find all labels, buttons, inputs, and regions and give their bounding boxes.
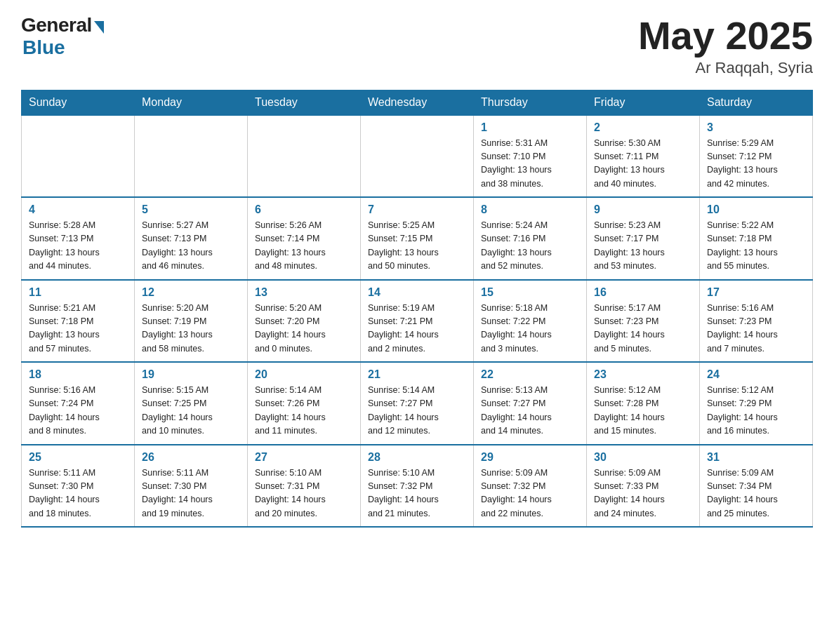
day-info: Sunrise: 5:19 AMSunset: 7:21 PMDaylight:… [368, 302, 466, 356]
calendar-cell: 6Sunrise: 5:26 AMSunset: 7:14 PMDaylight… [248, 197, 361, 280]
day-number: 10 [707, 203, 805, 216]
day-info: Sunrise: 5:10 AMSunset: 7:32 PMDaylight:… [368, 467, 466, 521]
calendar-cell: 23Sunrise: 5:12 AMSunset: 7:28 PMDayligh… [587, 362, 700, 445]
day-number: 7 [368, 203, 466, 216]
calendar-cell: 20Sunrise: 5:14 AMSunset: 7:26 PMDayligh… [248, 362, 361, 445]
calendar-header-row: SundayMondayTuesdayWednesdayThursdayFrid… [22, 90, 813, 115]
calendar-cell: 25Sunrise: 5:11 AMSunset: 7:30 PMDayligh… [22, 445, 135, 528]
calendar-cell: 22Sunrise: 5:13 AMSunset: 7:27 PMDayligh… [474, 362, 587, 445]
calendar-cell: 1Sunrise: 5:31 AMSunset: 7:10 PMDaylight… [474, 115, 587, 198]
calendar-week-row: 4Sunrise: 5:28 AMSunset: 7:13 PMDaylight… [22, 197, 813, 280]
calendar-cell: 12Sunrise: 5:20 AMSunset: 7:19 PMDayligh… [135, 280, 248, 363]
calendar-title: May 2025 [638, 14, 813, 58]
calendar-cell: 5Sunrise: 5:27 AMSunset: 7:13 PMDaylight… [135, 197, 248, 280]
day-number: 2 [594, 121, 692, 134]
day-info: Sunrise: 5:25 AMSunset: 7:15 PMDaylight:… [368, 219, 466, 274]
calendar-cell: 24Sunrise: 5:12 AMSunset: 7:29 PMDayligh… [700, 362, 813, 445]
calendar-cell: 30Sunrise: 5:09 AMSunset: 7:33 PMDayligh… [587, 445, 700, 528]
day-info: Sunrise: 5:31 AMSunset: 7:10 PMDaylight:… [481, 137, 579, 192]
calendar-cell: 26Sunrise: 5:11 AMSunset: 7:30 PMDayligh… [135, 445, 248, 528]
calendar-location: Ar Raqqah, Syria [638, 59, 813, 77]
calendar-cell: 13Sunrise: 5:20 AMSunset: 7:20 PMDayligh… [248, 280, 361, 363]
calendar-cell: 29Sunrise: 5:09 AMSunset: 7:32 PMDayligh… [474, 445, 587, 528]
day-info: Sunrise: 5:11 AMSunset: 7:30 PMDaylight:… [142, 467, 240, 521]
calendar-table: SundayMondayTuesdayWednesdayThursdayFrid… [21, 90, 813, 528]
day-number: 1 [481, 121, 579, 134]
logo-blue-text: Blue [22, 36, 65, 59]
day-info: Sunrise: 5:16 AMSunset: 7:24 PMDaylight:… [29, 384, 127, 438]
day-number: 12 [142, 286, 240, 299]
day-number: 15 [481, 286, 579, 299]
calendar-cell: 10Sunrise: 5:22 AMSunset: 7:18 PMDayligh… [700, 197, 813, 280]
calendar-cell: 28Sunrise: 5:10 AMSunset: 7:32 PMDayligh… [361, 445, 474, 528]
day-number: 17 [707, 286, 805, 299]
calendar-cell: 14Sunrise: 5:19 AMSunset: 7:21 PMDayligh… [361, 280, 474, 363]
calendar-cell: 27Sunrise: 5:10 AMSunset: 7:31 PMDayligh… [248, 445, 361, 528]
calendar-cell: 3Sunrise: 5:29 AMSunset: 7:12 PMDaylight… [700, 115, 813, 198]
day-info: Sunrise: 5:15 AMSunset: 7:25 PMDaylight:… [142, 384, 240, 438]
day-number: 21 [368, 368, 466, 381]
day-number: 24 [707, 368, 805, 381]
day-number: 18 [29, 368, 127, 381]
day-info: Sunrise: 5:20 AMSunset: 7:20 PMDaylight:… [255, 302, 353, 356]
day-number: 5 [142, 203, 240, 216]
day-info: Sunrise: 5:29 AMSunset: 7:12 PMDaylight:… [707, 137, 805, 192]
calendar-cell [361, 115, 474, 198]
calendar-cell: 17Sunrise: 5:16 AMSunset: 7:23 PMDayligh… [700, 280, 813, 363]
day-number: 30 [594, 451, 692, 464]
day-number: 26 [142, 451, 240, 464]
logo-general-text: General [21, 14, 92, 36]
day-of-week-header: Thursday [474, 90, 587, 115]
day-number: 8 [481, 203, 579, 216]
day-number: 19 [142, 368, 240, 381]
day-number: 9 [594, 203, 692, 216]
calendar-week-row: 25Sunrise: 5:11 AMSunset: 7:30 PMDayligh… [22, 445, 813, 528]
calendar-cell [22, 115, 135, 198]
calendar-cell [248, 115, 361, 198]
calendar-cell: 2Sunrise: 5:30 AMSunset: 7:11 PMDaylight… [587, 115, 700, 198]
day-number: 27 [255, 451, 353, 464]
day-info: Sunrise: 5:12 AMSunset: 7:29 PMDaylight:… [707, 384, 805, 438]
day-info: Sunrise: 5:24 AMSunset: 7:16 PMDaylight:… [481, 219, 579, 274]
day-info: Sunrise: 5:14 AMSunset: 7:27 PMDaylight:… [368, 384, 466, 438]
day-info: Sunrise: 5:10 AMSunset: 7:31 PMDaylight:… [255, 467, 353, 521]
day-number: 29 [481, 451, 579, 464]
calendar-week-row: 1Sunrise: 5:31 AMSunset: 7:10 PMDaylight… [22, 115, 813, 198]
day-info: Sunrise: 5:27 AMSunset: 7:13 PMDaylight:… [142, 219, 240, 274]
day-info: Sunrise: 5:09 AMSunset: 7:33 PMDaylight:… [594, 467, 692, 521]
page-header: General Blue May 2025 Ar Raqqah, Syria [21, 14, 813, 77]
day-info: Sunrise: 5:26 AMSunset: 7:14 PMDaylight:… [255, 219, 353, 274]
calendar-cell: 11Sunrise: 5:21 AMSunset: 7:18 PMDayligh… [22, 280, 135, 363]
day-number: 23 [594, 368, 692, 381]
logo: General Blue [21, 14, 104, 59]
calendar-cell [135, 115, 248, 198]
day-number: 31 [707, 451, 805, 464]
calendar-cell: 7Sunrise: 5:25 AMSunset: 7:15 PMDaylight… [361, 197, 474, 280]
day-of-week-header: Tuesday [248, 90, 361, 115]
day-of-week-header: Saturday [700, 90, 813, 115]
logo-arrow-icon [94, 21, 104, 34]
day-info: Sunrise: 5:16 AMSunset: 7:23 PMDaylight:… [707, 302, 805, 356]
day-info: Sunrise: 5:23 AMSunset: 7:17 PMDaylight:… [594, 219, 692, 274]
day-info: Sunrise: 5:21 AMSunset: 7:18 PMDaylight:… [29, 302, 127, 356]
calendar-cell: 4Sunrise: 5:28 AMSunset: 7:13 PMDaylight… [22, 197, 135, 280]
day-number: 3 [707, 121, 805, 134]
calendar-cell: 18Sunrise: 5:16 AMSunset: 7:24 PMDayligh… [22, 362, 135, 445]
calendar-week-row: 11Sunrise: 5:21 AMSunset: 7:18 PMDayligh… [22, 280, 813, 363]
calendar-cell: 15Sunrise: 5:18 AMSunset: 7:22 PMDayligh… [474, 280, 587, 363]
calendar-cell: 31Sunrise: 5:09 AMSunset: 7:34 PMDayligh… [700, 445, 813, 528]
day-info: Sunrise: 5:14 AMSunset: 7:26 PMDaylight:… [255, 384, 353, 438]
day-info: Sunrise: 5:12 AMSunset: 7:28 PMDaylight:… [594, 384, 692, 438]
day-of-week-header: Monday [135, 90, 248, 115]
day-info: Sunrise: 5:28 AMSunset: 7:13 PMDaylight:… [29, 219, 127, 274]
day-number: 4 [29, 203, 127, 216]
day-info: Sunrise: 5:13 AMSunset: 7:27 PMDaylight:… [481, 384, 579, 438]
day-number: 13 [255, 286, 353, 299]
day-info: Sunrise: 5:11 AMSunset: 7:30 PMDaylight:… [29, 467, 127, 521]
day-number: 16 [594, 286, 692, 299]
calendar-week-row: 18Sunrise: 5:16 AMSunset: 7:24 PMDayligh… [22, 362, 813, 445]
calendar-cell: 16Sunrise: 5:17 AMSunset: 7:23 PMDayligh… [587, 280, 700, 363]
day-of-week-header: Wednesday [361, 90, 474, 115]
day-number: 6 [255, 203, 353, 216]
day-info: Sunrise: 5:30 AMSunset: 7:11 PMDaylight:… [594, 137, 692, 192]
